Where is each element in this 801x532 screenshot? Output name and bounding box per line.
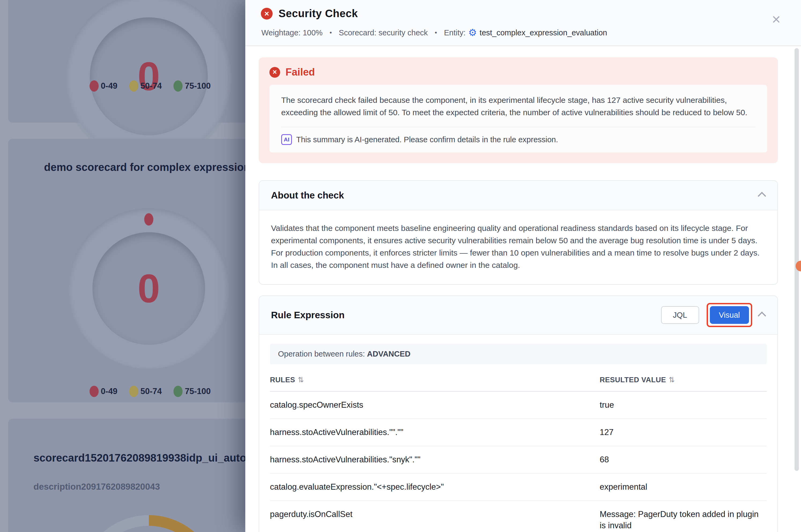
rules-column-header[interactable]: RULES ⇅ — [270, 376, 600, 384]
legend-item: 0-49 — [90, 80, 117, 92]
legend-red-dot — [90, 80, 99, 92]
rule-name: catalog.evaluateExpression."<+spec.lifec… — [270, 481, 600, 493]
rule-expression-title: Rule Expression — [271, 310, 344, 320]
legend-item: 50-74 — [129, 80, 162, 92]
legend-green-dot — [174, 80, 183, 92]
legend-olive-dot — [129, 80, 138, 92]
sort-icon: ⇅ — [669, 376, 675, 384]
jql-toggle-button[interactable]: JQL — [661, 306, 699, 324]
about-the-check-section: About the check Validates that the compo… — [259, 180, 778, 285]
about-section-title: About the check — [271, 190, 344, 201]
error-circle-icon: × — [261, 8, 273, 20]
score-gauge: 0 — [68, 208, 229, 369]
gauge-progress-dot — [144, 213, 153, 226]
score-value: 0 — [138, 268, 160, 309]
close-icon[interactable]: × — [772, 12, 781, 27]
gear-icon: ⚙ — [468, 28, 477, 38]
weightage-text: Weightage: 100% — [261, 28, 323, 37]
error-circle-icon: × — [269, 67, 280, 78]
score-gauge: 0 — [66, 0, 232, 159]
rule-name: harness.stoActiveVulnerabilities.""."" — [270, 427, 600, 438]
rule-result: Message: PagerDuty token added in plugin… — [600, 509, 767, 531]
operation-value: ADVANCED — [367, 349, 411, 358]
table-row: harness.stoActiveVulnerabilities.""."" 1… — [270, 419, 767, 446]
score-gauge-arc — [79, 515, 218, 532]
scorecard-description: description2091762089820043 — [34, 482, 160, 492]
operation-between-rules: Operation between rules: ADVANCED — [270, 344, 767, 364]
scorecard-text: Scorecard: security check — [339, 28, 428, 37]
failed-status-label: Failed — [286, 66, 315, 78]
bullet-separator: • — [435, 29, 437, 36]
rule-result: 127 — [600, 427, 767, 438]
table-row: catalog.specOwnerExists true — [270, 392, 767, 419]
visual-toggle-button[interactable]: Visual — [710, 306, 749, 324]
rule-name: pagerduty.isOnCallSet — [270, 509, 600, 531]
legend-red-dot — [90, 386, 99, 397]
legend-item: 75-100 — [174, 80, 211, 92]
legend-item: 75-100 — [174, 386, 211, 397]
entity-link[interactable]: Entity: ⚙ test_complex_expression_evalua… — [444, 28, 607, 38]
sort-icon: ⇅ — [298, 376, 304, 384]
resulted-value-column-header[interactable]: RESULTED VALUE ⇅ — [600, 376, 767, 384]
failed-banner: × Failed The scorecard check failed beca… — [259, 57, 778, 163]
bullet-separator: • — [329, 29, 332, 36]
click-annotation-box: Visual — [707, 303, 752, 327]
ai-disclaimer-text: This summary is AI-generated. Please con… — [296, 135, 558, 144]
table-row: harness.stoActiveVulnerabilities."snyk".… — [270, 446, 767, 474]
rule-expression-section: Rule Expression JQL Visual Operation bet… — [259, 296, 778, 532]
failure-summary-card: The scorecard check failed because the c… — [269, 85, 767, 152]
check-meta: Weightage: 100% • Scorecard: security ch… — [261, 28, 607, 38]
ai-badge-icon: AI — [281, 134, 292, 145]
entity-label: Entity: — [444, 28, 466, 37]
entity-name: test_complex_expression_evaluation — [479, 28, 607, 37]
vertical-scrollbar[interactable] — [795, 48, 799, 471]
drawer-title: Security Check — [278, 7, 358, 20]
legend-item: 0-49 — [90, 386, 117, 397]
table-row: pagerduty.isOnCallSet Message: PagerDuty… — [270, 501, 767, 532]
drawer-body: × Failed The scorecard check failed beca… — [245, 46, 801, 532]
table-row: catalog.evaluateExpression."<+spec.lifec… — [270, 474, 767, 501]
security-check-drawer: × Security Check × Weightage: 100% • Sco… — [245, 0, 801, 532]
rule-result: experimental — [600, 481, 767, 493]
rules-table: RULES ⇅ RESULTED VALUE ⇅ catalog.specOwn… — [270, 366, 767, 532]
rule-name: harness.stoActiveVulnerabilities."snyk".… — [270, 454, 600, 465]
failure-summary-text: The scorecard check failed because the c… — [281, 94, 756, 119]
legend-green-dot — [174, 386, 183, 397]
chevron-up-icon[interactable] — [758, 192, 766, 200]
rule-name: catalog.specOwnerExists — [270, 399, 600, 411]
rule-result: true — [600, 399, 767, 411]
divider — [281, 127, 756, 127]
legend-item: 50-74 — [129, 386, 162, 397]
screen: 0 0-49 50-74 75-100 demo scorecard for c… — [0, 0, 801, 532]
rule-result: 68 — [600, 454, 767, 465]
legend-olive-dot — [129, 386, 138, 397]
chevron-up-icon[interactable] — [758, 311, 766, 320]
about-check-description: Validates that the component meets basel… — [271, 222, 766, 271]
drawer-header: × Security Check × Weightage: 100% • Sco… — [245, 0, 801, 46]
